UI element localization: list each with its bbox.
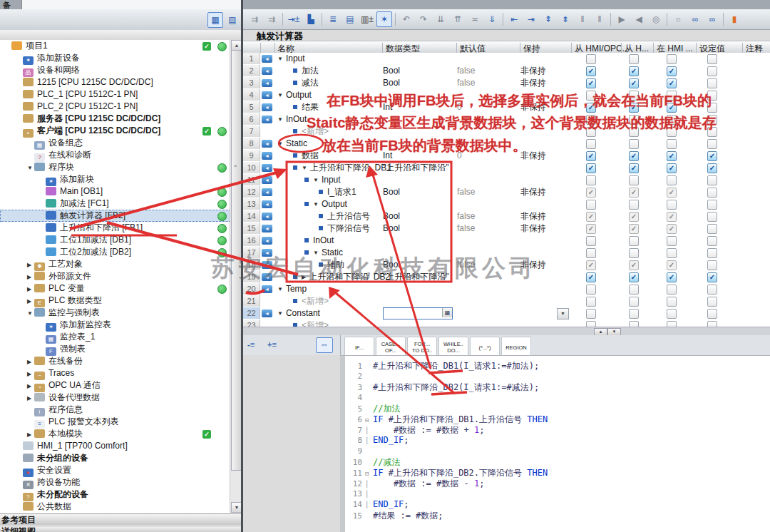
code-line[interactable]: 7│ #数据 := #数据 + 1; [345, 424, 766, 435]
hmi-opc-checkbox[interactable]: ✓ [586, 66, 596, 76]
from-hmi-checkbox[interactable]: ✓ [629, 66, 639, 76]
sidebar-item-unassigned-devices[interactable]: ?未分配的设备 [0, 488, 230, 501]
code-line[interactable]: 14│END_IF; [345, 499, 766, 510]
monitor-all-icon[interactable]: ◎ [648, 11, 664, 27]
hmi-opc-checkbox[interactable] [586, 285, 596, 295]
sidebar-item-plc-datatypes-folder[interactable]: ▶EPLC 数据类型 [0, 295, 230, 307]
from-hmi-checkbox[interactable] [629, 248, 639, 258]
expand-interface-icon[interactable]: +≡ [267, 338, 277, 351]
battery-icon[interactable]: ▮ [727, 11, 742, 27]
from-hmi-checkbox[interactable] [629, 236, 639, 246]
setpoint-checkbox[interactable]: ✓ [707, 272, 717, 282]
sidebar-item-plc-device[interactable]: PLC_1 [CPU 1512C-1 PN] [0, 88, 230, 101]
datatype-cell[interactable]: "上升沿和下降沿" [383, 163, 454, 173]
sidebar-item-watch-table[interactable]: ▦监控表_1 [0, 331, 230, 343]
sidebar-item-fc-block[interactable]: 加减法 [FC1] [0, 198, 230, 210]
datatype-cell[interactable]: Bool [383, 78, 454, 88]
table-view-icon[interactable]: ▦ [207, 12, 223, 28]
in-hmi-checkbox[interactable] [667, 127, 677, 137]
datatype-cell[interactable]: Int [383, 102, 454, 113]
hmi-opc-checkbox[interactable] [586, 309, 596, 319]
table-row[interactable]: 5◂结果Int0非保持✓✓✓ [243, 101, 770, 114]
table-row[interactable]: 1◂▼Input [243, 53, 770, 66]
table-row[interactable]: 8◂▼Static [243, 138, 770, 150]
sidebar-item-security-settings[interactable]: ●安全设置 [0, 464, 230, 476]
sidebar-item-force-table[interactable]: F强制表 [0, 343, 230, 355]
sidebar-item-project[interactable]: 项目1✓ [0, 40, 230, 52]
block-interface-icon[interactable]: ▤ [342, 11, 358, 27]
in-hmi-checkbox[interactable] [667, 139, 677, 149]
hmi-opc-checkbox[interactable]: ✓ [586, 78, 596, 88]
code-line[interactable]: 11⊟IF #上升沿和下降沿_DB2.下降沿信号 THEN [345, 467, 766, 478]
detail-view-bar[interactable]: 详细视图 [0, 526, 241, 532]
sidebar-item-plc-device[interactable]: 服务器 [CPU 1215C DC/DC/DC] [0, 113, 230, 125]
from-hmi-checkbox[interactable]: ✓ [629, 224, 639, 234]
setpoint-checkbox[interactable] [707, 297, 717, 307]
sidebar-item-add-block[interactable]: ✶添加新块 [0, 173, 230, 185]
variable-name-cell[interactable]: InOut [274, 235, 411, 246]
default-value-cell[interactable]: 0 [457, 150, 518, 161]
fold-collapse-icon[interactable]: ⊟ [365, 416, 373, 424]
sidebar-item-plc-tags-folder[interactable]: ▶PLC 变量 [0, 282, 230, 295]
setpoint-checkbox[interactable] [707, 139, 717, 149]
datatype-cell[interactable]: Int [383, 150, 454, 161]
table-row[interactable]: 11◂▼Input [243, 174, 770, 187]
setpoint-checkbox[interactable] [707, 188, 717, 198]
setpoint-checkbox[interactable] [707, 285, 717, 295]
sidebar-item-common-data[interactable]: 公共数据 [0, 501, 230, 513]
setpoint-checkbox[interactable]: ✓ [707, 151, 717, 161]
retain-cell[interactable]: 非保持 [520, 211, 570, 222]
sidebar-item-add-watch-table[interactable]: ✶添加新监控表 [0, 319, 230, 331]
hmi-opc-checkbox[interactable]: ✓ [586, 151, 596, 161]
hmi-opc-checkbox[interactable] [586, 297, 596, 307]
table-row[interactable]: 23<新增> [243, 319, 770, 327]
table-row[interactable]: 15◂下降沿信号Boolfalse非保持✓✓✓ [243, 222, 770, 235]
chevron-down-icon[interactable]: ▼ [27, 162, 34, 174]
setpoint-checkbox[interactable] [707, 103, 717, 113]
chevron-right-icon[interactable]: ▶ [27, 283, 34, 295]
snapshot-icon[interactable]: ▥± [359, 11, 375, 27]
retain-cell[interactable]: 非保持 [520, 102, 570, 113]
retain-cell[interactable]: 非保持 [520, 187, 570, 198]
chevron-right-icon[interactable]: ▶ [27, 380, 34, 392]
browse-datatype-icon[interactable]: ▦ [442, 308, 452, 317]
retain-cell[interactable]: 非保持 [520, 223, 570, 234]
retain-dropdown-icon[interactable]: ▼ [557, 308, 569, 319]
sidebar-item-fb-block[interactable]: 触发计算器 [FB2] [0, 210, 230, 222]
compare-icon[interactable]: ≍ [467, 11, 483, 27]
find-icon[interactable]: ○ [670, 11, 686, 27]
code-line[interactable]: 9 [345, 446, 766, 456]
insert-row-icon[interactable]: ⇥± [286, 11, 302, 27]
variable-name-cell[interactable]: ▼上升沿和下降沿_DB1 [274, 163, 400, 173]
expand-all-icon[interactable]: ≣ [325, 11, 341, 27]
hmi-opc-checkbox[interactable] [586, 54, 596, 64]
freeze-icon[interactable]: ‖ [575, 11, 590, 27]
retain-cell[interactable]: 非保持 [520, 66, 570, 76]
add-row-icon[interactable]: ▙ [303, 11, 319, 27]
in-hmi-checkbox[interactable]: ✓ [667, 78, 677, 88]
variable-name-cell[interactable]: 加法 [274, 66, 400, 76]
sidebar-item-program-blocks-folder[interactable]: ▼程序块 [0, 161, 230, 173]
chevron-right-icon[interactable]: ▶ [27, 271, 34, 283]
chevron-right-icon[interactable]: ▶ [27, 429, 34, 441]
retain-cell[interactable]: 非保持 [520, 78, 570, 88]
datatype-cell[interactable]: Bool [383, 66, 454, 76]
variable-name-cell[interactable]: 结果 [274, 102, 400, 113]
insert-above-icon[interactable]: ⇞ [540, 11, 556, 27]
in-hmi-checkbox[interactable] [667, 321, 677, 327]
expand-down-icon[interactable]: ▼ [277, 53, 283, 64]
variable-name-cell[interactable]: <新增> [274, 126, 400, 137]
split-editor-button[interactable]: ⇔ [316, 337, 333, 353]
table-row[interactable]: 10◂▼上升沿和下降沿_DB1"上升沿和下降沿"✓✓✓✓ [243, 162, 770, 175]
code-line[interactable]: 15 #结果 := #数据; [345, 510, 766, 521]
table-row[interactable]: 6◂▼InOut [243, 113, 770, 126]
setpoint-checkbox[interactable] [707, 309, 717, 319]
default-value-cell[interactable]: false [457, 223, 518, 234]
from-hmi-checkbox[interactable] [629, 139, 639, 149]
variable-name-cell[interactable]: ▼Static [274, 138, 384, 149]
variable-name-cell[interactable]: <新增> [274, 296, 400, 307]
setpoint-checkbox[interactable] [707, 321, 717, 327]
sidebar-item-add-device[interactable]: ✶添加新设备 [0, 52, 230, 64]
go-offline-icon[interactable]: ◀ [631, 11, 647, 27]
export-icon[interactable]: ▤ [225, 12, 240, 28]
